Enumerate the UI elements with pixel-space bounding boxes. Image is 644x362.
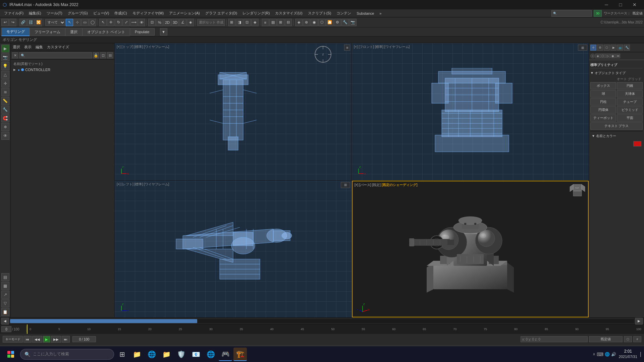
security-icon[interactable]: 🛡️ [174, 348, 188, 361]
select-move[interactable]: ⊹ [73, 19, 81, 26]
menu-more[interactable]: » [377, 11, 384, 16]
lp-btn-space[interactable]: ≋ [1, 88, 9, 96]
tray-volume[interactable]: 🔊 [611, 352, 616, 357]
circle-select[interactable]: ◯ [89, 19, 96, 26]
menu-rendering[interactable]: レンダリング(R) [240, 10, 272, 16]
ref-coord[interactable]: ⊡ [148, 19, 156, 26]
viewport-front[interactable]: [+] [フロント] [標準] [ワイヤフレーム] ⊞ [352, 43, 589, 180]
close-button[interactable]: ✕ [628, 0, 641, 9]
prev-key-btn[interactable]: ◀◀ [32, 336, 42, 343]
scene-close-btn[interactable]: ✕ [12, 52, 18, 58]
timeline-next[interactable]: ▶ [635, 318, 643, 324]
rp-sphere-icon[interactable]: ○ [590, 54, 595, 58]
render-btn6[interactable]: ⚙ [334, 19, 341, 26]
render-btn3[interactable]: ◉ [311, 19, 318, 26]
layer-btn2[interactable]: ▤ [269, 19, 277, 26]
show-desktop-btn[interactable]: | [640, 351, 641, 357]
grid-btn[interactable]: # [633, 336, 641, 342]
next-key-btn[interactable]: ▶▶ [51, 336, 61, 343]
tray-up-arrow[interactable]: ∧ [593, 352, 595, 356]
files-icon[interactable]: 📁 [160, 348, 173, 361]
ortho-view[interactable]: ⊡ [244, 19, 251, 26]
next-frame-btn[interactable]: ⏭ [62, 336, 70, 343]
btn-textplus[interactable]: テキスト プラス [590, 122, 643, 130]
rp-more-icon[interactable]: ≫ [615, 54, 620, 58]
lp-btn-cam[interactable]: 📷 [1, 53, 9, 61]
select-tool[interactable]: ↖ [66, 19, 73, 26]
scene-tab-display[interactable]: 表示 [24, 45, 32, 50]
menu-customize[interactable]: カスタマイズ(U) [272, 10, 305, 16]
btn-tube[interactable]: チューブ [617, 98, 643, 106]
tray-keyboard[interactable]: ⌨ [597, 352, 603, 357]
menu-file[interactable]: ファイル(F) [1, 10, 26, 16]
menu-animation[interactable]: アニメーション(A) [166, 10, 203, 16]
timeline-prev[interactable]: ◀ [1, 318, 9, 324]
mode-extra-btn[interactable]: ▼ [160, 28, 167, 36]
bind-button[interactable]: 🔀 [35, 19, 42, 26]
layer-manager[interactable]: ≡ [262, 19, 269, 26]
scene-sort-label[interactable]: 名前(昇順でソート) [12, 61, 113, 67]
spinner-snap[interactable]: ◈ [187, 19, 194, 26]
menu-script[interactable]: スクリプト(S) [305, 10, 334, 16]
viewport-left[interactable]: [+] [レフト] [標準] [ワイヤフレーム] ⊞ [115, 181, 352, 318]
rp-light-icon[interactable]: ◈ [595, 54, 600, 58]
rp-motion-btn[interactable]: ▶ [610, 45, 616, 51]
rp-cam2-icon[interactable]: ▷ [605, 54, 610, 58]
lp-btn-ruler[interactable]: 📏 [1, 97, 9, 105]
workspace-value[interactable]: 既定値 [633, 11, 643, 16]
minimize-button[interactable]: ─ [600, 0, 613, 9]
lp-btn-clip[interactable]: 📋 [1, 308, 9, 316]
explorer-icon[interactable]: 📁 [130, 348, 144, 361]
select-set-input[interactable]: 選択セット 作成 [197, 19, 225, 26]
select-object[interactable]: ↖ [99, 19, 107, 26]
btn-box[interactable]: ボックス [590, 82, 616, 89]
menu-view[interactable]: ビュー(V) [91, 10, 112, 16]
chrome-icon[interactable]: 🌐 [204, 348, 217, 361]
view-select[interactable]: 👁 [138, 19, 145, 26]
menu-modifiers[interactable]: モディファイヤ(M) [130, 10, 167, 16]
wire-view[interactable]: ⊞ [228, 19, 235, 26]
btn-plane[interactable]: 平面 [617, 114, 643, 122]
menu-group[interactable]: グループ(G) [65, 10, 91, 16]
color-picker[interactable] [633, 141, 641, 146]
3dsmax-taskbar-icon[interactable]: 🎮 [219, 348, 232, 361]
redo-button[interactable]: ↪ [9, 19, 16, 26]
viewport-perspective[interactable]: [+] [パース] [既定] [既定のシェーディング] TOP [352, 181, 589, 318]
rp-modify-btn[interactable]: ⚙ [597, 45, 603, 51]
tab-freeform[interactable]: フリーフォーム [30, 28, 65, 36]
scene-tab-select[interactable]: 選択 [13, 45, 20, 50]
tab-modeling[interactable]: モデリング [1, 27, 30, 36]
scene-copy-btn[interactable]: ⊡ [100, 52, 106, 58]
render-btn5[interactable]: 🎦 [326, 19, 333, 26]
menu-graph-editor[interactable]: グラフ エディタ(D) [203, 10, 240, 16]
lp-btn-eye[interactable]: 👁 [1, 132, 9, 140]
tab-selection[interactable]: 選択 [65, 28, 82, 36]
edge-icon[interactable]: 🌐 [145, 348, 158, 361]
current-frame-input[interactable] [1, 326, 11, 332]
taskview-icon[interactable]: ⊞ [115, 348, 129, 361]
lp-btn-light[interactable]: 💡 [1, 62, 9, 70]
shade-view[interactable]: ◨ [236, 19, 243, 26]
menu-content[interactable]: コンテン [334, 10, 354, 16]
layer-btn3[interactable]: ⊞ [277, 19, 284, 26]
lp-btn-cursor[interactable]: ↗ [1, 291, 9, 299]
btn-torus[interactable]: 円環体 [590, 106, 616, 114]
menu-substance[interactable]: Substance [354, 11, 377, 16]
menu-create[interactable]: 作成(C) [112, 10, 129, 16]
lp-play-btn[interactable]: ▶ [1, 45, 9, 53]
scene-tab-customize[interactable]: カスタマイズ [47, 45, 69, 50]
angle-snap[interactable]: ∠ [179, 19, 186, 26]
viewport-front-icon1[interactable]: ⊞ [578, 45, 587, 51]
tab-object-paint[interactable]: オブジェクト ペイント [82, 28, 130, 36]
play-btn[interactable]: ▶ [43, 336, 50, 343]
render-btn1[interactable]: ◈ [295, 19, 303, 26]
lp-btn-geo[interactable]: △ [1, 71, 9, 79]
persp-view[interactable]: ◈ [251, 19, 259, 26]
3dsmax-taskbar-icon2[interactable]: 🏗️ [233, 348, 247, 361]
lp-btn-layer[interactable]: ▤ [1, 273, 9, 281]
lp-btn-snow[interactable]: ❄ [1, 123, 9, 131]
scene-item-vis-icon[interactable]: ● [18, 68, 20, 72]
undo-button[interactable]: ↩ [1, 19, 9, 26]
timeline-scrollbar[interactable] [10, 319, 634, 323]
scene-search-input[interactable] [19, 52, 92, 58]
